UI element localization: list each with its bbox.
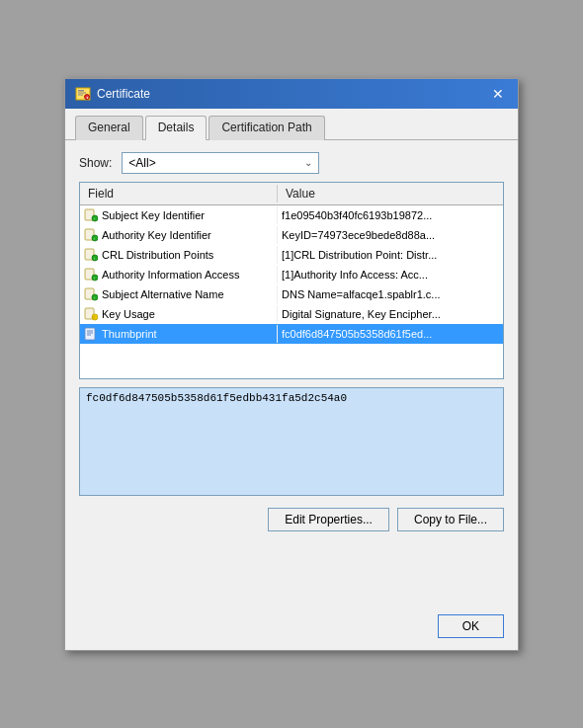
cert-green-icon: ↑ [84,248,98,262]
svg-rect-1 [78,90,84,92]
field-cell: ! Key Usage [80,305,278,323]
svg-rect-27 [87,334,91,335]
certificate-icon: ★ [75,86,91,102]
show-label: Show: [79,156,112,170]
svg-rect-26 [87,332,93,333]
svg-text:↑: ↑ [93,256,95,261]
table-row[interactable]: ↑ Authority Key Identifier KeyID=74973ec… [80,225,503,245]
field-table: Field Value ↑ Subject Key Iden [79,182,504,379]
svg-text:★: ★ [86,95,89,99]
show-select[interactable]: <All> ⌄ [122,152,319,174]
show-row: Show: <All> ⌄ [79,152,504,174]
cert-green-icon: ↑ [84,208,98,222]
title-bar: ★ Certificate ✕ [65,79,518,109]
action-buttons: Edit Properties... Copy to File... [79,508,504,531]
detail-value-box: fc0df6d847505b5358d61f5edbb431fa5d2c54a0 [79,387,504,496]
svg-text:↑: ↑ [93,276,95,281]
tab-certpath[interactable]: Certification Path [208,116,324,140]
table-row[interactable]: ↑ Subject Key Identifier f1e09540b3f40fc… [80,205,503,225]
certificate-dialog: ★ Certificate ✕ General Details Certific… [64,78,519,651]
svg-text:↑: ↑ [93,236,95,241]
title-bar-left: ★ Certificate [75,86,150,102]
field-cell: ↑ Authority Information Access [80,266,278,283]
edit-properties-button[interactable]: Edit Properties... [268,508,389,531]
cert-green-icon: ↑ [84,268,98,282]
field-cell: Thumbprint [80,325,278,343]
field-cell: ↑ CRL Distribution Points [80,246,278,264]
ok-row: OK [65,607,518,650]
detail-value-text: fc0df6d847505b5358d61f5edbb431fa5d2c54a0 [86,392,347,404]
svg-rect-2 [78,92,86,93]
close-button[interactable]: ✕ [488,84,508,104]
dialog-title: Certificate [97,87,150,101]
svg-text:!: ! [94,315,95,320]
cert-yellow-icon: ! [84,307,98,321]
cert-green-icon: ↑ [84,228,98,242]
svg-text:↑: ↑ [93,216,95,221]
field-cell: ↑ Subject Key Identifier [80,206,278,224]
table-row[interactable]: Thumbprint fc0df6d847505b5358d61f5ed... [80,324,503,344]
tab-content: Show: <All> ⌄ Field Value [65,140,518,607]
tab-general[interactable]: General [75,116,143,140]
table-body[interactable]: ↑ Subject Key Identifier f1e09540b3f40fc… [80,205,503,378]
table-row[interactable]: ↑ CRL Distribution Points [1]CRL Distrib… [80,245,503,265]
tab-bar: General Details Certification Path [65,109,518,140]
field-cell: ↑ Subject Alternative Name [80,285,278,303]
field-cell: ↑ Authority Key Identifier [80,226,278,244]
show-value: <All> [128,156,155,170]
field-header: Field [80,185,278,202]
table-row[interactable]: ! Key Usage Digital Signature, Key Encip… [80,304,503,324]
tab-details[interactable]: Details [145,116,208,140]
svg-rect-3 [78,94,83,95]
value-header: Value [278,185,503,202]
svg-rect-25 [87,330,93,331]
doc-icon [84,327,98,341]
table-header: Field Value [80,183,503,205]
svg-rect-24 [85,328,95,340]
table-row[interactable]: ↑ Subject Alternative Name DNS Name=alfa… [80,284,503,304]
copy-to-file-button[interactable]: Copy to File... [397,508,504,531]
chevron-down-icon: ⌄ [304,157,312,168]
ok-button[interactable]: OK [438,614,504,638]
cert-green-icon: ↑ [84,287,98,301]
svg-text:↑: ↑ [93,295,95,300]
table-row[interactable]: ↑ Authority Information Access [1]Author… [80,265,503,284]
